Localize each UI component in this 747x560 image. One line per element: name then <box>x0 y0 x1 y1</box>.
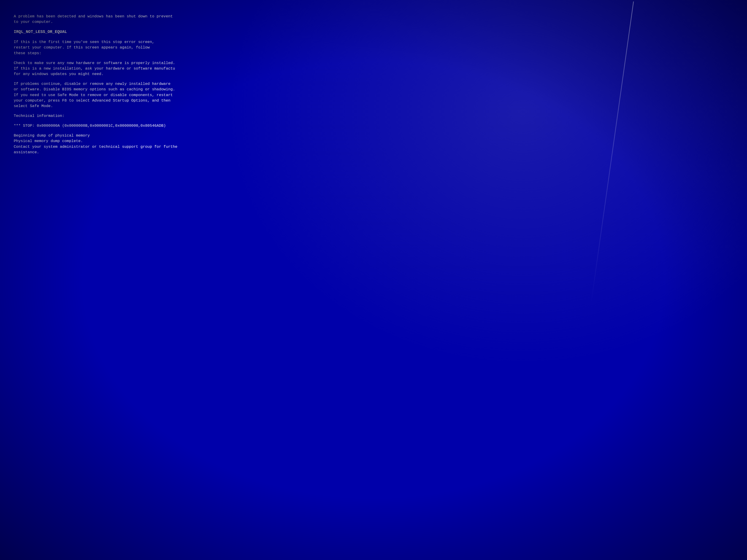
first-time-line-1: If this is the first time you've seen th… <box>14 40 154 44</box>
safe-mode-line-4: your computer, press F8 to select Advanc… <box>14 98 171 103</box>
dump-line-2: Physical memory dump complete. <box>14 139 83 143</box>
first-time-line-2: restart your computer. If this screen ap… <box>14 45 150 50</box>
safe-mode-line-2: or software. Disable BIOS memory options… <box>14 87 175 91</box>
intro-line-2: to your computer. <box>14 20 53 24</box>
safe-mode-line-5: select Safe Mode. <box>14 104 53 108</box>
bsod-screen: A problem has been detected and windows … <box>0 0 747 560</box>
tech-info-header: Technical information: <box>14 113 733 119</box>
check-hardware-line-3: for any windows updates you might need. <box>14 72 104 76</box>
first-time-line-3: these steps: <box>14 51 42 55</box>
bsod-content: A problem has been detected and windows … <box>14 14 733 155</box>
safe-mode-line-1: If problems continue, disable or remove … <box>14 82 171 86</box>
dump-line-4: assistance. <box>14 150 39 154</box>
safe-mode-line-3: If you need to use Safe Mode to remove o… <box>14 93 173 97</box>
intro-line-1: A problem has been detected and windows … <box>14 14 173 19</box>
intro-paragraph: A problem has been detected and windows … <box>14 14 733 25</box>
error-code: IRQL_NOT_LESS_OR_EQUAL <box>14 29 733 35</box>
first-time-paragraph: If this is the first time you've seen th… <box>14 39 733 56</box>
stop-code: *** STOP: 0x0000000A (0x0000008B,0x00000… <box>14 123 733 129</box>
check-hardware-line-1: Check to make sure any new hardware or s… <box>14 61 175 65</box>
check-hardware-line-2: If this is a new installation, ask your … <box>14 66 175 71</box>
dump-line-3: Contact your system administrator or tec… <box>14 144 177 149</box>
dump-line-1: Beginning dump of physical memory <box>14 133 90 138</box>
safe-mode-paragraph: If problems continue, disable or remove … <box>14 81 733 109</box>
dump-paragraph: Beginning dump of physical memory Physic… <box>14 133 733 155</box>
check-hardware-paragraph: Check to make sure any new hardware or s… <box>14 60 733 77</box>
